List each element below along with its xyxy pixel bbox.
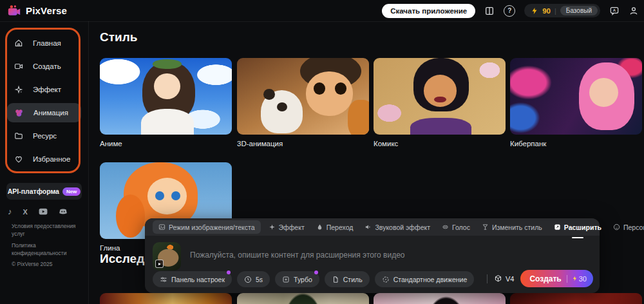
create-cost: 30 xyxy=(567,275,587,283)
sidebar-nav: Главная Создать Эффект xyxy=(0,32,88,171)
tab-voice[interactable]: Голос xyxy=(436,218,476,236)
credits-divider: | xyxy=(554,7,556,15)
credits-plan-pill[interactable]: 90 | Базовый xyxy=(524,4,600,17)
style-card-3d-animation[interactable] xyxy=(237,58,369,135)
card-art xyxy=(277,102,287,111)
generate-controls: V4 Создать 30 xyxy=(487,270,593,287)
x-icon[interactable]: X xyxy=(23,208,28,216)
help-icon[interactable]: ? xyxy=(504,5,515,17)
create-button[interactable]: Создать 30 xyxy=(520,270,593,287)
brush-icon xyxy=(482,223,489,231)
youtube-icon[interactable] xyxy=(39,208,48,215)
pixverse-app: PixVerse Скачать приложение ? 90 | Базов… xyxy=(0,0,644,304)
motion-button[interactable]: Стандартное движение xyxy=(375,271,475,287)
sparkle-icon xyxy=(14,85,23,94)
cost-value: 30 xyxy=(579,275,587,283)
sidebar-footer: Условия предоставления услуг Политика ко… xyxy=(12,222,82,269)
tab-label: Переход xyxy=(327,223,354,231)
card-art xyxy=(141,109,194,135)
clock-icon xyxy=(244,276,252,283)
sidebar-item-effect[interactable]: Эффект xyxy=(0,78,88,101)
composer-controls: Панель настроек 5s Турбо xyxy=(153,271,474,287)
explore-thumb[interactable] xyxy=(237,293,369,304)
tab-extend[interactable]: Расширить xyxy=(548,218,607,236)
language-icon[interactable]: A xyxy=(609,6,620,16)
explore-thumb[interactable] xyxy=(510,293,642,304)
turbo-sparkle-icon xyxy=(282,276,290,283)
terms-link[interactable]: Условия предоставления услуг xyxy=(12,222,82,238)
heart-icon xyxy=(14,155,23,164)
brand-logo[interactable]: PixVerse xyxy=(7,5,67,17)
video-thumbnail[interactable] xyxy=(153,242,181,271)
api-platform-button[interactable]: API-платформа New xyxy=(6,183,82,200)
control-label: Турбо xyxy=(294,276,312,283)
style-card-comic[interactable] xyxy=(374,58,506,135)
gallery-icon[interactable] xyxy=(484,6,495,16)
sparkle-icon xyxy=(269,223,276,231)
tab-label: Голос xyxy=(452,223,470,231)
control-label: 5s xyxy=(256,276,263,283)
model-version-selector[interactable]: V4 xyxy=(494,274,514,283)
tab-character[interactable]: Персонаж xyxy=(607,218,644,236)
discord-icon[interactable] xyxy=(59,208,68,215)
card-art xyxy=(147,178,187,214)
top-bar: PixVerse Скачать приложение ? 90 | Базов… xyxy=(0,0,644,22)
tab-change-style[interactable]: Изменить стиль xyxy=(476,218,548,236)
play-icon xyxy=(155,260,164,268)
sidebar-item-favorites[interactable]: Избранное xyxy=(0,147,88,171)
animation-blob-icon xyxy=(14,108,24,118)
tiktok-icon[interactable]: ♪ xyxy=(8,207,12,216)
style-section-title: Стиль xyxy=(100,30,137,44)
style-button[interactable]: Стиль xyxy=(325,271,370,287)
explore-thumb[interactable] xyxy=(100,293,232,304)
style-card-anime[interactable] xyxy=(100,58,232,135)
card-art xyxy=(589,78,618,107)
explore-thumb[interactable] xyxy=(374,293,506,304)
home-icon xyxy=(14,39,23,48)
notification-dot xyxy=(314,271,318,274)
tab-transition[interactable]: Переход xyxy=(310,218,359,236)
brand-name: PixVerse xyxy=(26,5,67,16)
cube-icon xyxy=(494,274,502,283)
question-mark: ? xyxy=(504,5,515,17)
profile-icon[interactable] xyxy=(629,6,639,16)
sidebar-item-animation[interactable]: Анимация xyxy=(7,103,81,122)
sidebar-item-create[interactable]: Создать xyxy=(0,55,88,78)
tab-label: Режим изображения/текста xyxy=(169,223,255,231)
control-label: Стандартное движение xyxy=(393,276,468,283)
credits-count: 90 xyxy=(542,7,551,15)
prompt-input[interactable]: Пожалуйста, опишите контент для расширен… xyxy=(190,251,551,260)
sidebar-item-label: Анимация xyxy=(33,109,68,117)
card-label-clay: Глина xyxy=(100,244,120,252)
extend-icon xyxy=(554,223,561,231)
card-art xyxy=(306,71,354,116)
camera-logo-icon xyxy=(7,5,21,17)
duration-button[interactable]: 5s xyxy=(237,271,270,287)
speaker-icon xyxy=(365,223,372,231)
download-app-button[interactable]: Скачать приложение xyxy=(382,4,475,18)
tab-label: Персонаж xyxy=(623,223,644,231)
tab-effect[interactable]: Эффект xyxy=(263,218,310,236)
lightning-icon xyxy=(531,7,538,15)
turbo-button[interactable]: Турбо xyxy=(275,271,319,287)
control-label: Стиль xyxy=(343,276,363,283)
copyright-text: © PixVerse 2025 xyxy=(12,260,82,268)
style-card-cyberpunk[interactable] xyxy=(510,58,642,135)
tab-image-text-mode[interactable]: Режим изображения/текста xyxy=(153,220,261,234)
privacy-link[interactable]: Политика конфиденциальности xyxy=(12,242,82,258)
tab-label: Изменить стиль xyxy=(492,223,542,231)
sidebar: Главная Создать Эффект xyxy=(0,21,89,304)
tab-sound-effect[interactable]: Звуковой эффект xyxy=(359,218,436,236)
settings-panel-button[interactable]: Панель настроек xyxy=(153,271,232,287)
card-art xyxy=(434,97,446,103)
card-label-cyberpunk: Киберпанк xyxy=(510,140,546,147)
model-version-label: V4 xyxy=(506,275,514,283)
sidebar-item-label: Ресурс xyxy=(33,132,57,140)
composer-tabs: Режим изображения/текста Эффект Переход … xyxy=(145,218,600,236)
tab-label: Звуковой эффект xyxy=(375,223,430,231)
sidebar-item-home[interactable]: Главная xyxy=(0,32,88,55)
control-label: Панель настроек xyxy=(171,276,225,283)
sidebar-item-resource[interactable]: Ресурс xyxy=(0,124,88,147)
create-label: Создать xyxy=(529,274,561,283)
character-icon xyxy=(613,223,620,231)
